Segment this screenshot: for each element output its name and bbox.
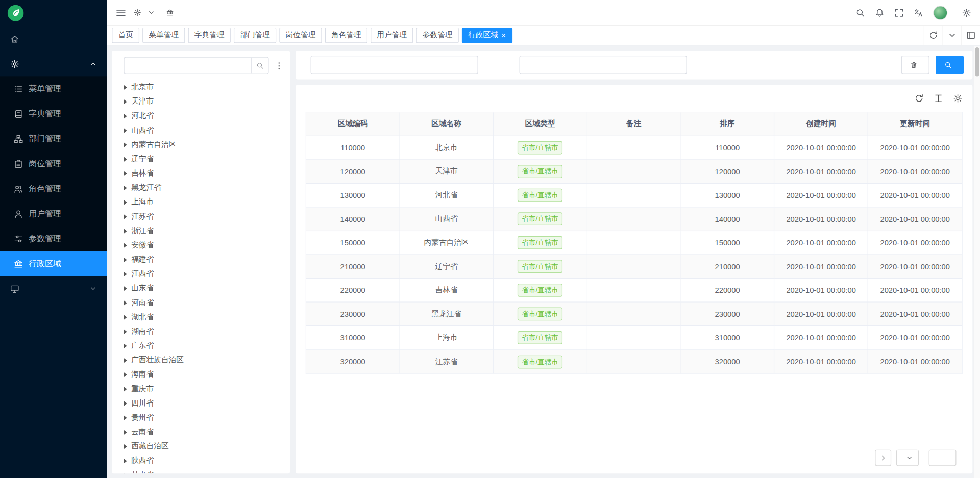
caret-right-icon[interactable] <box>124 386 127 391</box>
tab[interactable]: 字典管理 × <box>188 28 231 43</box>
table-row[interactable]: 220000 吉林省 省市/直辖市 220000 2020-10-01 00:0… <box>306 279 962 303</box>
tree-item[interactable]: 海南省 <box>118 367 283 382</box>
tab[interactable]: 用户管理 × <box>371 28 413 43</box>
tree-item[interactable]: 北京市 <box>118 80 283 94</box>
caret-right-icon[interactable] <box>124 271 127 276</box>
caret-right-icon[interactable] <box>124 372 127 377</box>
tab-close-icon[interactable]: × <box>501 31 506 39</box>
caret-right-icon[interactable] <box>124 171 127 176</box>
tree-item[interactable]: 天津市 <box>118 94 283 109</box>
scrollbar-track[interactable] <box>974 46 980 478</box>
caret-right-icon[interactable] <box>124 199 127 205</box>
tree-item[interactable]: 河北省 <box>118 109 283 123</box>
table-row[interactable]: 230000 黑龙江省 省市/直辖市 230000 2020-10-01 00:… <box>306 303 962 326</box>
tree-item[interactable]: 湖北省 <box>118 310 283 324</box>
tree-item[interactable]: 贵州省 <box>118 410 283 424</box>
reset-button[interactable] <box>901 56 929 74</box>
sidebar-subitem[interactable]: 行政区域 <box>0 251 107 276</box>
caret-right-icon[interactable] <box>124 243 127 248</box>
chevron-down-icon[interactable] <box>148 9 155 16</box>
table-row[interactable]: 140000 山西省 省市/直辖市 140000 2020-10-01 00:0… <box>306 208 962 232</box>
tree-item[interactable]: 辽宁省 <box>118 152 283 166</box>
caret-right-icon[interactable] <box>124 113 127 118</box>
tree-item[interactable]: 广东省 <box>118 339 283 353</box>
layout-toggle-button[interactable] <box>961 26 980 45</box>
caret-right-icon[interactable] <box>124 286 127 291</box>
table-row[interactable]: 110000 北京市 省市/直辖市 110000 2020-10-01 00:0… <box>306 136 962 160</box>
tab[interactable]: 行政区域 × <box>462 28 512 43</box>
refresh-tab-button[interactable] <box>924 26 943 45</box>
table-row[interactable]: 310000 上海市 省市/直辖市 310000 2020-10-01 00:0… <box>306 326 962 350</box>
table-row[interactable]: 150000 内蒙古自治区 省市/直辖市 150000 2020-10-01 0… <box>306 231 962 255</box>
user-menu[interactable] <box>933 5 952 19</box>
next-page-button[interactable] <box>875 450 891 466</box>
caret-right-icon[interactable] <box>124 358 127 363</box>
sidebar-item-home[interactable] <box>0 26 107 51</box>
region-search-button[interactable] <box>251 58 268 74</box>
caret-right-icon[interactable] <box>124 472 127 473</box>
tree-item[interactable]: 重庆市 <box>118 382 283 396</box>
caret-right-icon[interactable] <box>124 128 127 133</box>
tree-item[interactable]: 江苏省 <box>118 209 283 223</box>
search-icon[interactable] <box>855 8 865 17</box>
fullscreen-icon[interactable] <box>894 8 903 17</box>
translate-icon[interactable] <box>914 8 923 17</box>
tabs-menu-button[interactable] <box>943 26 962 45</box>
sidebar-group-monitor[interactable] <box>0 276 107 301</box>
search-button[interactable] <box>936 56 964 74</box>
refresh-icon[interactable] <box>914 94 923 103</box>
settings-gear-icon[interactable] <box>962 8 971 17</box>
tree-item[interactable]: 西藏自治区 <box>118 439 283 454</box>
caret-right-icon[interactable] <box>124 257 127 262</box>
tree-item[interactable]: 黑龙江省 <box>118 181 283 195</box>
tree-item[interactable]: 云南省 <box>118 425 283 439</box>
caret-right-icon[interactable] <box>124 343 127 348</box>
caret-right-icon[interactable] <box>124 300 127 305</box>
density-icon[interactable] <box>934 94 943 103</box>
tree-item[interactable]: 山东省 <box>118 281 283 295</box>
tree-item[interactable]: 甘肃省 <box>118 468 283 473</box>
sidebar-subitem[interactable]: 部门管理 <box>0 126 107 151</box>
code-filter-input[interactable] <box>311 56 478 74</box>
caret-right-icon[interactable] <box>124 157 127 162</box>
tab[interactable]: 部门管理 × <box>234 28 276 43</box>
caret-right-icon[interactable] <box>124 185 127 190</box>
caret-right-icon[interactable] <box>124 444 127 449</box>
caret-right-icon[interactable] <box>124 315 127 320</box>
tree-item[interactable]: 吉林省 <box>118 166 283 181</box>
caret-right-icon[interactable] <box>124 142 127 147</box>
caret-right-icon[interactable] <box>124 99 127 104</box>
column-settings-gear-icon[interactable] <box>953 94 962 103</box>
region-search-input[interactable] <box>125 58 252 74</box>
caret-right-icon[interactable] <box>124 229 127 234</box>
app-logo[interactable] <box>0 0 107 26</box>
bell-icon[interactable] <box>875 8 884 17</box>
sidebar-subitem[interactable]: 岗位管理 <box>0 151 107 176</box>
tree-item[interactable]: 河南省 <box>118 295 283 310</box>
tree-item[interactable]: 陕西省 <box>118 454 283 468</box>
sidebar-group-system[interactable] <box>0 51 107 76</box>
tab[interactable]: 参数管理 × <box>416 28 459 43</box>
caret-right-icon[interactable] <box>124 85 127 90</box>
caret-right-icon[interactable] <box>124 458 127 463</box>
tree-item[interactable]: 湖南省 <box>118 324 283 339</box>
tree-item[interactable]: 福建省 <box>118 253 283 267</box>
dots-vertical-icon[interactable] <box>275 61 284 70</box>
tab[interactable]: 首页 × <box>112 28 139 43</box>
caret-right-icon[interactable] <box>124 329 127 334</box>
sidebar-subitem[interactable]: 用户管理 <box>0 201 107 226</box>
table-row[interactable]: 210000 辽宁省 省市/直辖市 210000 2020-10-01 00:0… <box>306 255 962 279</box>
caret-right-icon[interactable] <box>124 401 127 406</box>
tree-item[interactable]: 安徽省 <box>118 238 283 253</box>
tree-item[interactable]: 山西省 <box>118 123 283 137</box>
sidebar-collapse-icon[interactable] <box>116 7 127 18</box>
table-row[interactable]: 130000 河北省 省市/直辖市 130000 2020-10-01 00:0… <box>306 184 962 208</box>
tree-item[interactable]: 浙江省 <box>118 223 283 238</box>
tab[interactable]: 岗位管理 × <box>279 28 322 43</box>
tree-item[interactable]: 广西壮族自治区 <box>118 353 283 367</box>
tree-item[interactable]: 上海市 <box>118 195 283 209</box>
tab[interactable]: 菜单管理 × <box>142 28 185 43</box>
sidebar-subitem[interactable]: 菜单管理 <box>0 76 107 101</box>
tree-item[interactable]: 江西省 <box>118 267 283 281</box>
tab[interactable]: 角色管理 × <box>325 28 368 43</box>
